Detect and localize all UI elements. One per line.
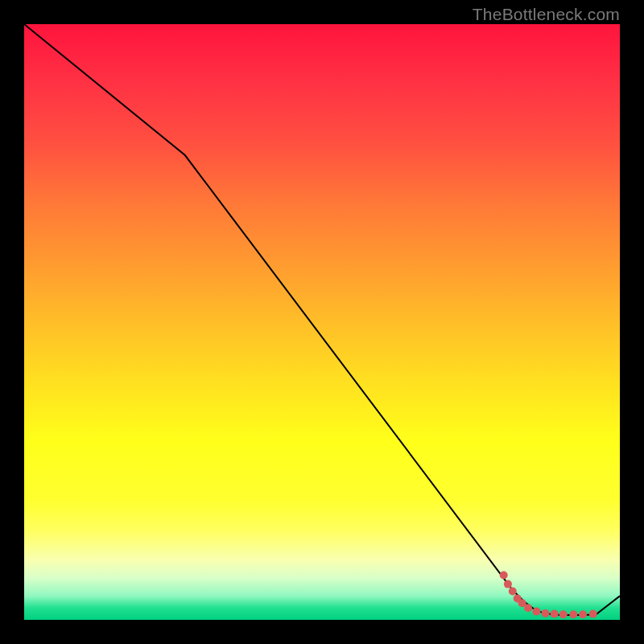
chart-frame: TheBottleneck.com [0,0,644,644]
marker-dot [524,604,532,612]
marker-dot [542,609,550,617]
marker-dot [579,610,587,618]
main-curve-path [24,24,620,615]
watermark-text: TheBottleneck.com [473,5,620,24]
marker-dot [569,610,577,618]
marker-dot [532,608,540,616]
marker-dot [551,610,559,618]
marker-dot [500,572,508,580]
marker-dot [509,588,517,596]
main-curve [24,24,620,615]
marker-dot [589,610,597,618]
dotted-segment [500,572,597,619]
marker-dot [559,610,568,618]
chart-svg [24,24,620,620]
marker-dot [504,580,512,588]
plot-area [24,24,620,620]
